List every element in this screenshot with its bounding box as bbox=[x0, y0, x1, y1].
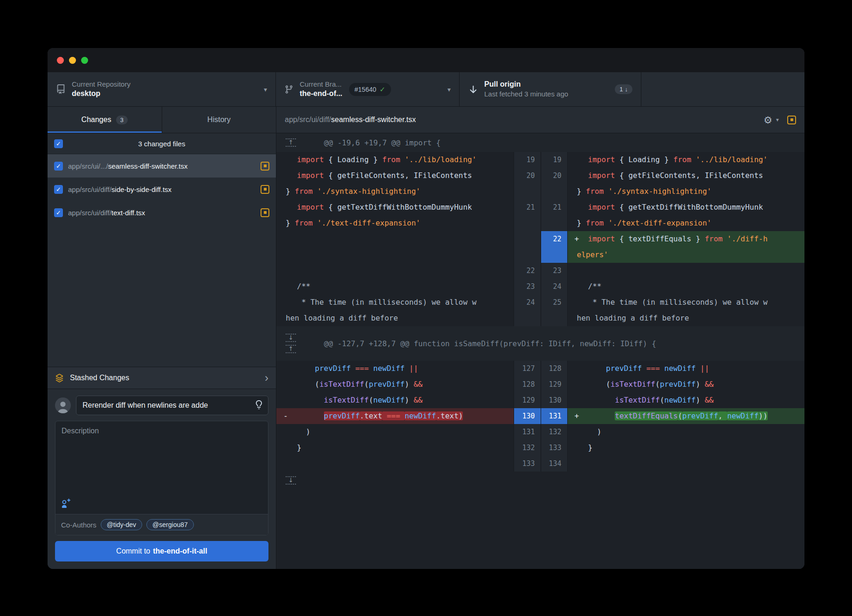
code-old[interactable]: - prevDiff.text === newDiff.text) bbox=[276, 408, 514, 424]
code-old[interactable]: } bbox=[276, 440, 514, 456]
stashed-changes-label: Stashed Changes bbox=[70, 374, 129, 382]
old-line-number[interactable]: 128 bbox=[514, 376, 541, 392]
new-line-number[interactable]: 25 bbox=[541, 294, 568, 326]
expand-up-icon[interactable]: ↑ bbox=[286, 138, 296, 147]
new-line-number[interactable]: 19 bbox=[541, 152, 568, 168]
new-line-number[interactable]: 130 bbox=[541, 392, 568, 408]
changed-files-list: ✓app/src/ui/.../seamless-diff-switcher.t… bbox=[48, 154, 276, 224]
new-line-number[interactable]: 129 bbox=[541, 376, 568, 392]
minimize-button[interactable] bbox=[69, 57, 76, 64]
close-button[interactable] bbox=[57, 57, 64, 64]
code-new[interactable]: import { getFileContents, IFileContents}… bbox=[568, 168, 805, 199]
code-new[interactable]: + textDiffEquals(prevDiff, newDiff)) bbox=[568, 408, 805, 424]
new-line-number[interactable]: 131 bbox=[541, 408, 568, 424]
old-line-number[interactable]: 20 bbox=[514, 168, 541, 199]
small-arrow-down-icon: ↓ bbox=[625, 86, 628, 93]
tab-changes[interactable]: Changes 3 bbox=[48, 107, 162, 133]
expand-down-icon[interactable]: ↓ bbox=[286, 334, 296, 342]
new-line-number[interactable]: 21 bbox=[541, 199, 568, 231]
co-author-badge[interactable]: @tidy-dev bbox=[101, 519, 142, 530]
code-new[interactable]: import { Loading } from '../lib/loading' bbox=[568, 152, 805, 168]
diff-row: (isTextDiff(prevDiff) &&128129 (isTextDi… bbox=[276, 376, 804, 392]
chevron-down-icon[interactable]: ▾ bbox=[776, 116, 779, 123]
code-old[interactable]: /** bbox=[276, 279, 514, 294]
select-all-checkbox[interactable]: ✓ bbox=[54, 139, 63, 148]
old-line-number[interactable]: 19 bbox=[514, 152, 541, 168]
code-old[interactable]: * The time (in milliseconds) we allow wh… bbox=[276, 294, 514, 326]
code-old[interactable] bbox=[276, 231, 514, 263]
code-old[interactable]: ) bbox=[276, 424, 514, 440]
add-co-author-icon[interactable] bbox=[61, 501, 70, 509]
code-old[interactable]: (isTextDiff(prevDiff) && bbox=[276, 376, 514, 392]
traffic-lights bbox=[57, 57, 88, 64]
expand-up-icon[interactable]: ↑ bbox=[286, 345, 296, 353]
old-line-number[interactable]: 22 bbox=[514, 263, 541, 279]
new-line-number[interactable]: 20 bbox=[541, 168, 568, 199]
old-line-number[interactable]: 21 bbox=[514, 199, 541, 231]
old-line-number[interactable]: 130 bbox=[514, 408, 541, 424]
pr-status-badge[interactable]: #15640 ✓ bbox=[349, 83, 391, 96]
gear-icon[interactable]: ⚙ bbox=[763, 115, 772, 125]
branch-picker[interactable]: Current Bra... the-end-of... #15640 ✓ ▾ bbox=[276, 72, 460, 106]
co-author-badge[interactable]: @sergiou87 bbox=[146, 519, 194, 530]
code-old[interactable] bbox=[276, 263, 514, 279]
new-line-number[interactable]: 132 bbox=[541, 424, 568, 440]
file-checkbox[interactable]: ✓ bbox=[54, 185, 63, 194]
diff-file-path: app/src/ui/diff/seamless-diff-switcher.t… bbox=[285, 116, 416, 124]
new-line-number[interactable]: 23 bbox=[541, 263, 568, 279]
lightbulb-icon[interactable] bbox=[254, 400, 263, 411]
desktop-background: Current Repository desktop ▾ Current Bra… bbox=[0, 0, 852, 616]
code-old[interactable]: isTextDiff(newDiff) && bbox=[276, 392, 514, 408]
old-line-number[interactable]: 24 bbox=[514, 294, 541, 326]
code-new[interactable]: * The time (in milliseconds) we allow wh… bbox=[568, 294, 805, 326]
code-new[interactable]: import { getTextDiffWithBottomDummyHunk}… bbox=[568, 199, 805, 231]
new-line-number[interactable]: 22 bbox=[541, 231, 568, 263]
code-new[interactable]: (isTextDiff(prevDiff) && bbox=[568, 376, 805, 392]
code-new[interactable] bbox=[568, 263, 805, 279]
code-new[interactable]: ) bbox=[568, 424, 805, 440]
stashed-changes-row[interactable]: Stashed Changes › bbox=[48, 367, 276, 389]
code-new[interactable] bbox=[568, 456, 805, 472]
code-new[interactable]: prevDiff === newDiff || bbox=[568, 361, 805, 376]
new-line-number[interactable]: 128 bbox=[541, 361, 568, 376]
code-old[interactable]: import { Loading } from '../lib/loading' bbox=[276, 152, 514, 168]
old-line-number[interactable]: 129 bbox=[514, 392, 541, 408]
arrow-down-icon bbox=[468, 84, 478, 95]
pull-origin-button[interactable]: Pull origin Last fetched 3 minutes ago 1… bbox=[460, 72, 641, 106]
new-line-number[interactable]: 133 bbox=[541, 440, 568, 456]
commit-summary-input[interactable] bbox=[76, 396, 268, 415]
old-line-number[interactable]: 133 bbox=[514, 456, 541, 472]
old-line-number[interactable]: 127 bbox=[514, 361, 541, 376]
new-line-number[interactable]: 134 bbox=[541, 456, 568, 472]
diff-row: * The time (in milliseconds) we allow wh… bbox=[276, 294, 804, 326]
code-new[interactable]: isTextDiff(newDiff) && bbox=[568, 392, 805, 408]
code-old[interactable]: import { getTextDiffWithBottomDummyHunk}… bbox=[276, 199, 514, 231]
commit-description-input[interactable] bbox=[55, 421, 268, 498]
tab-history[interactable]: History bbox=[162, 107, 276, 133]
pull-subtitle: Last fetched 3 minutes ago bbox=[484, 89, 568, 99]
code-old[interactable]: prevDiff === newDiff || bbox=[276, 361, 514, 376]
stash-icon bbox=[55, 374, 64, 383]
code-new[interactable]: /** bbox=[568, 279, 805, 294]
chevron-down-icon: ▾ bbox=[443, 86, 451, 93]
file-row[interactable]: ✓app/src/ui/diff/side-by-side-diff.tsx bbox=[48, 178, 276, 201]
file-row[interactable]: ✓app/src/ui/diff/text-diff.tsx bbox=[48, 201, 276, 224]
expand-down-icon[interactable]: ↓ bbox=[286, 476, 296, 485]
branch-name: the-end-of... bbox=[300, 89, 343, 99]
repository-picker[interactable]: Current Repository desktop ▾ bbox=[48, 72, 276, 106]
file-checkbox[interactable]: ✓ bbox=[54, 162, 63, 171]
old-line-number[interactable]: 23 bbox=[514, 279, 541, 294]
file-row[interactable]: ✓app/src/ui/.../seamless-diff-switcher.t… bbox=[48, 154, 276, 178]
code-old[interactable] bbox=[276, 456, 514, 472]
code-new[interactable]: } bbox=[568, 440, 805, 456]
code-old[interactable]: import { getFileContents, IFileContents}… bbox=[276, 168, 514, 199]
old-line-number[interactable] bbox=[514, 231, 541, 263]
old-line-number[interactable]: 132 bbox=[514, 440, 541, 456]
file-checkbox[interactable]: ✓ bbox=[54, 208, 63, 217]
diff-row: }132133} bbox=[276, 440, 804, 456]
code-new[interactable]: +import { textDiffEquals } from './diff-… bbox=[568, 231, 805, 263]
old-line-number[interactable]: 131 bbox=[514, 424, 541, 440]
commit-button[interactable]: Commit to the-end-of-it-all bbox=[55, 541, 268, 561]
new-line-number[interactable]: 24 bbox=[541, 279, 568, 294]
zoom-button[interactable] bbox=[81, 57, 88, 64]
